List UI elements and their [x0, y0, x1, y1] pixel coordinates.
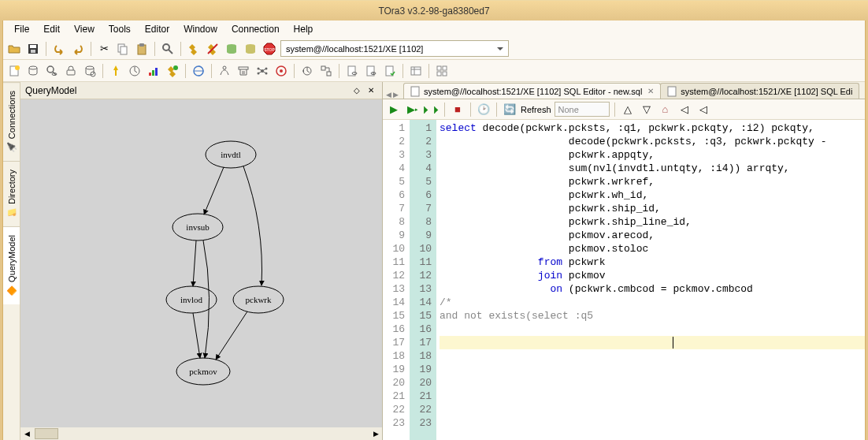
svg-point-29	[223, 66, 226, 69]
tool-icon[interactable]	[165, 63, 180, 79]
refresh-input[interactable]	[555, 102, 610, 117]
svg-rect-4	[121, 47, 127, 54]
tool-icon[interactable]	[25, 63, 41, 79]
tab-nav-arrows[interactable]: ◀▶	[386, 91, 399, 99]
svg-line-65	[193, 313, 200, 358]
svg-rect-26	[155, 68, 158, 76]
execute-icon[interactable]	[108, 63, 124, 79]
code-editor[interactable]: 1234567891011121314151617181920212223 12…	[383, 120, 865, 440]
svg-line-64	[193, 241, 196, 286]
tool-icon[interactable]	[63, 63, 79, 79]
connect-icon[interactable]	[186, 41, 202, 57]
svg-point-15	[15, 65, 20, 70]
svg-rect-67	[411, 87, 419, 96]
tool-icon[interactable]	[299, 63, 315, 79]
nav-fwd-icon[interactable]: ◁	[696, 102, 711, 117]
tool-icon[interactable]	[318, 63, 334, 79]
horizontal-scrollbar[interactable]: ◀▶	[20, 427, 382, 440]
svg-point-37	[280, 69, 283, 73]
code-area[interactable]: select decode(pckwrk.pcksts, :q1, pckwrk…	[436, 120, 865, 440]
tool-icon[interactable]	[382, 63, 398, 79]
run-all-icon[interactable]: ⏵⏵	[424, 102, 440, 117]
dock-close-icon[interactable]: ✕	[365, 84, 377, 97]
schedule-icon[interactable]: 🕑	[476, 102, 491, 117]
svg-rect-46	[411, 67, 421, 75]
undo-icon[interactable]	[51, 41, 67, 57]
menu-help[interactable]: Help	[287, 22, 320, 36]
menu-connection[interactable]: Connection	[225, 22, 286, 36]
tab-label: system@//localhost:1521/XE [1102] SQL Ed…	[681, 87, 852, 96]
menu-window[interactable]: Window	[177, 22, 224, 36]
separator	[154, 42, 155, 56]
separator	[91, 42, 91, 56]
svg-point-16	[29, 66, 37, 69]
tool-icon[interactable]	[82, 63, 98, 79]
tool-icon[interactable]	[127, 63, 143, 79]
svg-rect-20	[67, 70, 75, 75]
cut-icon[interactable]: ✂	[96, 41, 112, 57]
stop-icon[interactable]: ■	[450, 102, 466, 117]
tool-icon[interactable]	[146, 63, 161, 79]
tool-icon[interactable]	[191, 63, 206, 79]
editor-tabbar: ◀▶ system@//localhost:1521/XE [1102] SQL…	[383, 82, 865, 99]
svg-rect-24	[149, 73, 151, 76]
side-tab-connections[interactable]: 🔌Connections	[3, 82, 20, 161]
tool-toolbar	[3, 60, 865, 82]
tool-icon[interactable]	[273, 63, 289, 79]
run-icon[interactable]: ▶	[386, 102, 402, 117]
menu-file[interactable]: File	[8, 22, 35, 36]
menu-view[interactable]: View	[68, 22, 101, 36]
separator	[496, 103, 497, 117]
separator	[402, 64, 403, 78]
separator	[428, 64, 429, 78]
svg-rect-6	[139, 43, 144, 47]
side-tabs: 🔌Connections 📁Directory 🔶QueryModel	[3, 82, 20, 440]
nav-back-icon[interactable]: ◁	[677, 102, 692, 117]
svg-text:invsub: invsub	[186, 222, 210, 232]
menu-edit[interactable]: Edit	[37, 22, 66, 36]
copy-icon[interactable]	[115, 41, 131, 57]
open-icon[interactable]	[6, 41, 22, 57]
stop-icon[interactable]: STOP	[262, 41, 277, 57]
tool-icon[interactable]	[363, 63, 379, 79]
svg-point-17	[47, 66, 54, 73]
tool-icon[interactable]	[344, 63, 360, 79]
svg-rect-2	[31, 50, 35, 53]
dock-title-label: QueryModel	[25, 85, 76, 96]
menu-editor[interactable]: Editor	[139, 22, 176, 36]
new-sheet-icon[interactable]	[6, 63, 22, 79]
svg-rect-52	[443, 72, 447, 76]
query-graph[interactable]: invdtl invsub invlod pckwrk pckmov	[20, 99, 382, 427]
refresh-icon[interactable]: 🔄	[502, 102, 517, 117]
plan-icon[interactable]: △	[620, 102, 636, 117]
svg-rect-25	[152, 70, 154, 76]
main-toolbar: ✂ STOP system@//localhost:1521/XE [1102]	[3, 38, 865, 60]
plan-down-icon[interactable]: ▽	[639, 102, 655, 117]
dock-float-icon[interactable]: ◇	[351, 84, 363, 97]
rollback-icon[interactable]	[243, 41, 258, 57]
commit-icon[interactable]	[224, 41, 239, 57]
redo-icon[interactable]	[70, 41, 86, 57]
svg-text:pckwrk: pckwrk	[246, 295, 272, 304]
tool-icon[interactable]	[254, 63, 270, 79]
search-icon[interactable]	[160, 41, 176, 57]
paste-icon[interactable]	[134, 41, 150, 57]
tool-icon[interactable]	[236, 63, 251, 79]
svg-rect-39	[321, 66, 325, 70]
tab-close-icon[interactable]: ✕	[647, 87, 654, 95]
describe-icon[interactable]: ⌂	[658, 102, 673, 117]
side-tab-directory[interactable]: 📁Directory	[3, 161, 20, 226]
editor-tab[interactable]: system@//localhost:1521/XE [1102] SQL Ed…	[660, 83, 859, 99]
menu-tools[interactable]: Tools	[102, 22, 137, 36]
tool-icon[interactable]	[434, 63, 450, 79]
disconnect-icon[interactable]	[205, 41, 221, 57]
tool-icon[interactable]	[217, 63, 232, 79]
editor-tab-active[interactable]: system@//localhost:1521/XE [1102] SQL Ed…	[403, 83, 661, 99]
connection-select[interactable]: system@//localhost:1521/XE [1102]	[280, 40, 509, 57]
tool-icon[interactable]	[44, 63, 60, 79]
tool-icon[interactable]	[408, 63, 424, 79]
side-tab-querymodel[interactable]: 🔶QueryModel	[3, 226, 20, 304]
svg-point-7	[163, 44, 169, 50]
run-step-icon[interactable]: ▶▸	[405, 102, 421, 117]
save-icon[interactable]	[25, 41, 41, 57]
